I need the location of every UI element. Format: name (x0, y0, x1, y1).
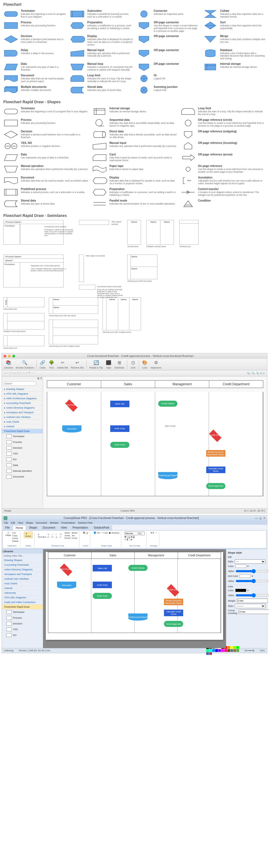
line-arc[interactable]: Arc (72, 534, 77, 537)
ribbon-tab-document[interactable]: Document (40, 525, 58, 530)
sidebar-shape[interactable]: Document (2, 474, 43, 480)
palette-color[interactable] (227, 649, 230, 652)
sidebar-shape[interactable]: Manual operation (2, 468, 43, 474)
flowchart-node[interactable]: Buy Product (62, 400, 82, 410)
clone-button[interactable]: Clone (12, 537, 19, 539)
sidebar-category[interactable]: ▸ Drawing Shapes (2, 387, 43, 392)
fill-color2-swatch[interactable] (240, 575, 250, 578)
flowchart-node[interactable]: Terms Approved (163, 620, 184, 627)
palette-color[interactable] (221, 649, 224, 652)
flowchart-node[interactable]: Review Accounts Receivable Report (163, 598, 184, 606)
grid-icon[interactable]: ⊞ (37, 377, 39, 380)
minimize-icon[interactable] (8, 355, 11, 358)
toolbar-chain[interactable]: 🔗Chain (39, 360, 45, 369)
palette-color[interactable] (209, 649, 212, 652)
sidebar-shape[interactable]: Terminator (2, 434, 43, 439)
flowchart-node[interactable]: Sales Call (92, 564, 112, 572)
ribbon-tab-home[interactable]: Home (12, 525, 26, 530)
ribbon-tab-shape[interactable]: Shape (26, 525, 40, 530)
palette-color[interactable] (206, 649, 209, 652)
sidebar-category[interactable]: ▸ Area Charts (2, 420, 43, 424)
win-canvas[interactable]: CustomerSalesManagementCredit Department… (43, 549, 226, 648)
palette-color[interactable] (227, 646, 230, 649)
sidebar-shape[interactable]: NO (2, 632, 43, 638)
status-zoom[interactable]: 52% (260, 649, 265, 652)
menu-view[interactable]: View (18, 522, 23, 524)
flowchart-node[interactable]: Calculate Credit Terms (206, 466, 226, 474)
select-button[interactable]: 🖱Select (24, 532, 33, 538)
shadow-button[interactable]: ◼ Shadow (109, 532, 119, 534)
line-curve[interactable]: Curve (72, 537, 77, 539)
menu-document[interactable]: Document (36, 522, 47, 524)
sidebar-category[interactable]: ▸ AWS Architecture Diagrams (2, 396, 43, 401)
toolbar-libraries[interactable]: 📚Libraries (4, 360, 13, 369)
sidebar-category[interactable]: Active Directory Diagrams (2, 567, 43, 572)
toolbar-inspectors[interactable]: ⚙Inspectors (150, 360, 161, 369)
toolbar-delete-link[interactable]: ✂Delete link (57, 360, 68, 369)
palette-color[interactable] (230, 646, 233, 649)
sidebar-shape[interactable]: Terminator (2, 609, 43, 615)
maximize-icon[interactable]: ◻ (259, 517, 262, 520)
fill-button[interactable]: 🪣 Fill (94, 532, 100, 534)
sidebar-category[interactable]: ▸ ATM UML Diagrams (2, 392, 43, 396)
flowchart-node[interactable]: Order Form (92, 592, 112, 599)
flowchart-node[interactable]: Sales Call (110, 400, 130, 408)
close-icon[interactable] (4, 355, 6, 358)
flowchart-node[interactable]: Credit Check (206, 430, 226, 440)
menu-file[interactable]: File (4, 522, 8, 524)
flowchart-node[interactable]: Credit Issued Report (128, 613, 148, 621)
palette-color[interactable] (206, 652, 209, 655)
palette-color[interactable] (236, 646, 239, 649)
line-weight-input[interactable] (237, 599, 268, 603)
search-input[interactable] (3, 381, 36, 386)
line-bezier[interactable]: Bezier (72, 532, 77, 534)
ribbon-tab-presentation[interactable]: Presentation (70, 525, 91, 530)
fill-style-select[interactable]: — (235, 559, 265, 564)
toolbar-rotate-&-flip[interactable]: 🔄Rotate & Flip (90, 360, 103, 369)
line-smart[interactable]: Smart (65, 534, 71, 537)
fill-color-swatch[interactable] (235, 565, 246, 568)
flowchart-node[interactable]: Document (62, 425, 82, 433)
sidebar-shape[interactable]: Decision (2, 621, 43, 627)
paste-button[interactable]: 📋Paste (5, 532, 11, 542)
sidebar-category[interactable]: Android User Interface (2, 577, 43, 581)
line-color-swatch[interactable] (235, 589, 246, 592)
sidebar-category[interactable]: ▸ Active Directory Diagrams (2, 406, 43, 410)
toolbar-grid[interactable]: ⊡Grid (130, 360, 136, 369)
sidebar-category[interactable]: ▸ Accounting Flowcharts (2, 401, 43, 406)
sidebar-shape[interactable]: Decision (2, 445, 43, 451)
sidebar-category[interactable]: Area Charts (2, 581, 43, 586)
textbox-button[interactable]: AText Box (38, 533, 46, 538)
sidebar-category-active[interactable]: Flowcharts Rapid Draw (2, 604, 43, 609)
palette-color[interactable] (233, 649, 236, 652)
toolbar-tree[interactable]: 🌳Tree (48, 360, 55, 369)
sidebar-category[interactable]: ATM UML Diagrams (2, 595, 43, 600)
menu-edit[interactable]: Edit (11, 522, 15, 524)
line-direct[interactable]: Direct (65, 532, 71, 534)
sidebar-category-active[interactable]: Flowcharts Rapid Draw (2, 429, 43, 434)
menu-window[interactable]: Window (49, 522, 58, 524)
menu-presentation[interactable]: Presentation (61, 522, 75, 524)
close-icon[interactable]: ✕ (263, 517, 265, 520)
toolbar-browse-solutions[interactable]: 🔍Browse Solutions (16, 360, 34, 369)
flowchart-node[interactable]: Order Entry (110, 425, 130, 433)
sidebar-category[interactable]: Drawing Shapes (2, 558, 43, 563)
sidebar-shape[interactable]: YES (2, 627, 43, 632)
toolbar-reverse-link[interactable]: ↩Reverse link (71, 360, 83, 369)
flowchart-node[interactable]: Calculate Credit Terms (163, 609, 184, 617)
flowchart-node[interactable]: Terms Approved (206, 483, 226, 490)
font-name-input[interactable] (125, 532, 138, 535)
drawing-shapes-gallery[interactable]: ↘⟋○◻⬡⬠△◇ (47, 533, 64, 538)
sidebar-category[interactable]: Accounting Flowcharts (2, 563, 43, 567)
palette-color[interactable] (209, 652, 212, 655)
palette-color[interactable] (218, 649, 221, 652)
flowchart-node[interactable]: Credit Check (163, 585, 184, 595)
line-alpha-slider[interactable] (236, 593, 269, 598)
list-icon[interactable]: ☰ (40, 377, 42, 380)
palette-color[interactable] (230, 649, 233, 652)
menu-shape[interactable]: Shape (26, 522, 33, 524)
fill-alpha2-slider[interactable] (236, 579, 269, 584)
palette-color[interactable] (212, 649, 215, 652)
flowchart-node[interactable]: Buy Product (57, 564, 77, 574)
flowchart-node[interactable]: Credit Issued Report (158, 471, 178, 480)
